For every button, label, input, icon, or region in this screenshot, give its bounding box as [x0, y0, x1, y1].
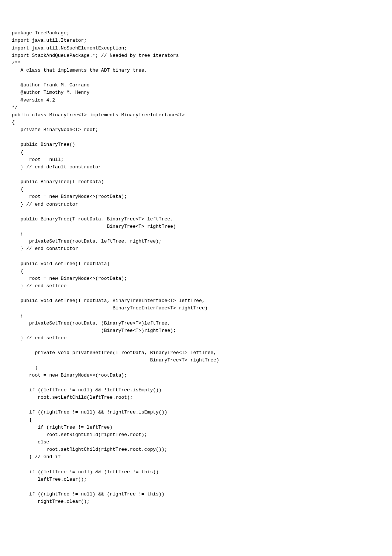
code-block: package TreePackage; import java.util.It… — [12, 30, 380, 505]
